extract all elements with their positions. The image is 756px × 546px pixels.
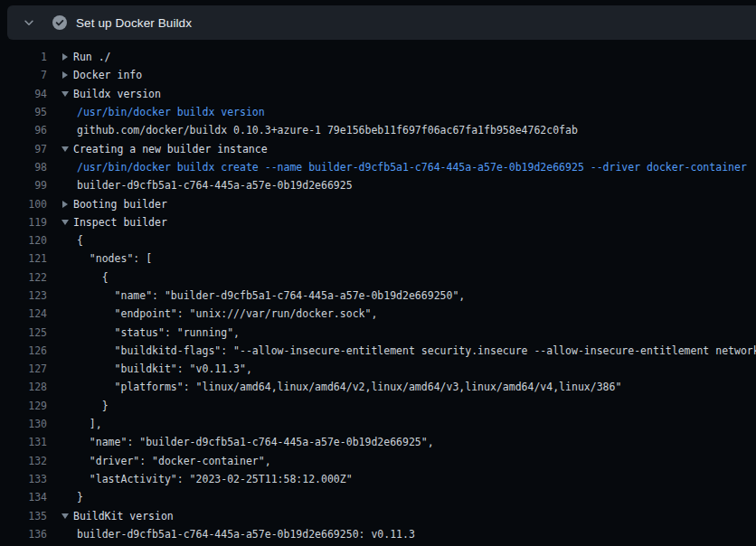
line-number[interactable]: 135 (0, 510, 47, 522)
check-circle-icon (52, 15, 67, 30)
line-number[interactable]: 131 (0, 436, 47, 448)
log-line: 127 "buildkit": "v0.11.3", (0, 360, 756, 378)
log-line: 130 ], (0, 415, 756, 433)
group-label: Booting builder (73, 198, 167, 211)
log-lines: 1Run ./7Docker info94Buildx version95/us… (0, 48, 756, 543)
group-label: Creating a new builder instance (73, 143, 268, 155)
log-line: 123 "name": "builder-d9cfb5a1-c764-445a-… (0, 287, 756, 305)
line-number[interactable]: 120 (0, 234, 47, 247)
output-text: builder-d9cfb5a1-c764-445a-a57e-0b19d2e6… (61, 179, 353, 192)
log-line: 7Docker info (0, 66, 756, 84)
log-line: 136builder-d9cfb5a1-c764-445a-a57e-0b19d… (0, 525, 756, 543)
output-text: "status": "running", (61, 326, 240, 339)
group-toggle[interactable]: Run ./ (61, 51, 111, 63)
line-number[interactable]: 119 (0, 216, 47, 229)
line-number[interactable]: 121 (0, 252, 47, 265)
group-toggle[interactable]: Creating a new builder instance (61, 143, 268, 155)
log-line: 98/usr/bin/docker buildx create --name b… (0, 158, 756, 176)
expand-group-icon (62, 201, 68, 208)
output-text: "lastActivity": "2023-02-25T11:58:12.000… (61, 473, 353, 485)
line-number[interactable]: 123 (0, 289, 47, 302)
group-label: Inspect builder (73, 216, 167, 229)
log-line: 128 "platforms": "linux/amd64,linux/amd6… (0, 378, 756, 396)
collapse-group-icon (61, 91, 69, 97)
output-text: } (61, 491, 83, 504)
log-line: 133 "lastActivity": "2023-02-25T11:58:12… (0, 470, 756, 488)
line-number[interactable]: 95 (0, 106, 47, 118)
log-line: 135BuildKit version (0, 506, 756, 524)
log-line: 1Run ./ (0, 48, 756, 66)
line-number[interactable]: 96 (0, 124, 47, 136)
line-number[interactable]: 129 (0, 400, 47, 412)
step-header[interactable]: Set up Docker Buildx (7, 5, 756, 40)
output-text: } (61, 400, 109, 412)
group-toggle[interactable]: Booting builder (61, 198, 167, 211)
line-number[interactable]: 100 (0, 198, 47, 211)
log-line: 121 "nodes": [ (0, 249, 756, 268)
output-text: "endpoint": "unix:///var/run/docker.sock… (61, 307, 377, 320)
command-text: /usr/bin/docker buildx version (61, 106, 265, 118)
group-label: Buildx version (73, 88, 161, 100)
line-number[interactable]: 98 (0, 161, 47, 174)
line-number[interactable]: 124 (0, 307, 47, 320)
output-text: "platforms": "linux/amd64,linux/amd64/v2… (61, 381, 621, 393)
output-text: "nodes": [ (61, 252, 152, 265)
output-text: { (61, 271, 109, 284)
line-number[interactable]: 136 (0, 528, 47, 541)
line-number[interactable]: 132 (0, 455, 47, 467)
group-label: Docker info (73, 69, 142, 81)
group-toggle[interactable]: Buildx version (61, 88, 161, 100)
line-number[interactable]: 133 (0, 473, 47, 485)
log-line: 134} (0, 488, 756, 506)
line-number[interactable]: 97 (0, 143, 47, 155)
output-text: "buildkitd-flags": "--allow-insecure-ent… (61, 344, 756, 357)
command-text: /usr/bin/docker buildx create --name bui… (61, 161, 747, 174)
collapse-group-icon (61, 220, 69, 225)
log-line: 124 "endpoint": "unix:///var/run/docker.… (0, 305, 756, 323)
log-line: 94Buildx version (0, 85, 756, 103)
step-title: Set up Docker Buildx (76, 16, 192, 30)
line-number[interactable]: 1 (0, 51, 47, 63)
log-line: 95/usr/bin/docker buildx version (0, 103, 756, 121)
expand-group-icon (62, 71, 68, 79)
log-line: 97Creating a new builder instance (0, 139, 756, 157)
log-line: 99builder-d9cfb5a1-c764-445a-a57e-0b19d2… (0, 176, 756, 194)
line-number[interactable]: 130 (0, 418, 47, 430)
output-text: "driver": "docker-container", (61, 455, 271, 467)
collapse-group-icon (61, 146, 69, 152)
line-number[interactable]: 134 (0, 491, 47, 504)
output-text: ], (61, 418, 102, 430)
chevron-down-icon[interactable] (16, 10, 42, 35)
group-label: BuildKit version (73, 510, 174, 522)
output-text: "name": "builder-d9cfb5a1-c764-445a-a57e… (61, 289, 465, 302)
log-line: 120{ (0, 231, 756, 249)
log-line: 126 "buildkitd-flags": "--allow-insecure… (0, 342, 756, 360)
log-line: 131 "name": "builder-d9cfb5a1-c764-445a-… (0, 433, 756, 451)
line-number[interactable]: 122 (0, 271, 47, 284)
group-toggle[interactable]: BuildKit version (61, 510, 174, 522)
line-number[interactable]: 127 (0, 362, 47, 375)
collapse-group-icon (61, 513, 69, 519)
output-text: { (61, 234, 83, 247)
log-line: 96github.com/docker/buildx 0.10.3+azure-… (0, 121, 756, 139)
log-line: 125 "status": "running", (0, 323, 756, 341)
output-text: "buildkit": "v0.11.3", (61, 362, 252, 375)
line-number[interactable]: 125 (0, 326, 47, 339)
group-toggle[interactable]: Docker info (61, 69, 142, 81)
line-number[interactable]: 94 (0, 88, 47, 100)
log-line: 132 "driver": "docker-container", (0, 452, 756, 470)
line-number[interactable]: 7 (0, 69, 47, 81)
output-text: builder-d9cfb5a1-c764-445a-a57e-0b19d2e6… (61, 528, 415, 541)
output-text: github.com/docker/buildx 0.10.3+azure-1 … (61, 124, 578, 136)
output-text: "name": "builder-d9cfb5a1-c764-445a-a57e… (61, 436, 434, 448)
line-number[interactable]: 99 (0, 179, 47, 192)
group-toggle[interactable]: Inspect builder (61, 216, 167, 229)
log-line: 100Booting builder (0, 194, 756, 212)
line-number[interactable]: 126 (0, 344, 47, 357)
line-number[interactable]: 128 (0, 381, 47, 393)
log-line: 119Inspect builder (0, 213, 756, 231)
log-line: 129 } (0, 397, 756, 415)
group-label: Run ./ (73, 51, 111, 63)
log-line: 122 { (0, 268, 756, 287)
expand-group-icon (62, 53, 68, 61)
